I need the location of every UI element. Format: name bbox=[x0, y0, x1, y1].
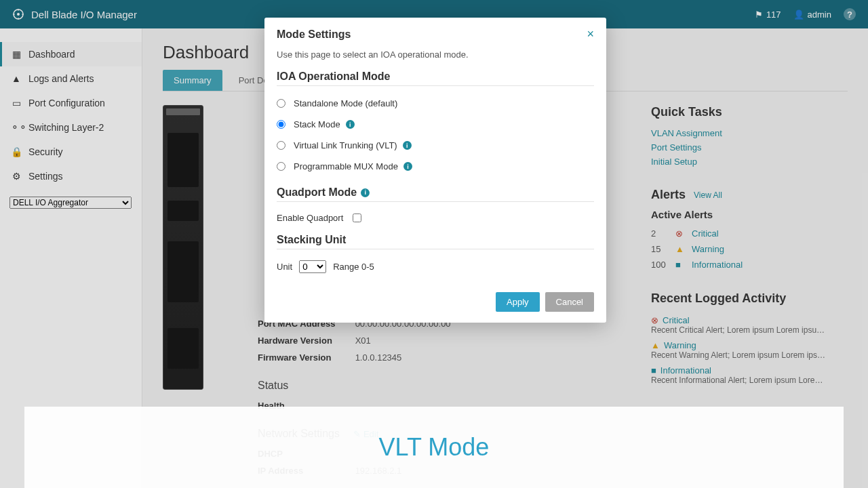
quadport-label: Enable Quadport bbox=[277, 213, 343, 223]
radio-standalone[interactable]: Standalone Mode (default) bbox=[277, 93, 594, 114]
caption-banner: VLT Mode bbox=[24, 407, 844, 488]
unit-label: Unit bbox=[277, 262, 292, 272]
cancel-button[interactable]: Cancel bbox=[545, 292, 594, 312]
unit-range: Range 0-5 bbox=[333, 262, 374, 272]
radio-pmux[interactable]: Programmable MUX Mode i bbox=[277, 156, 594, 177]
quadport-checkbox[interactable] bbox=[353, 214, 361, 222]
info-icon[interactable]: i bbox=[346, 120, 355, 129]
stacking-unit-heading: Stacking Unit bbox=[277, 234, 594, 249]
unit-select[interactable]: 0 bbox=[299, 260, 326, 273]
info-icon[interactable]: i bbox=[361, 188, 370, 197]
info-icon[interactable]: i bbox=[403, 141, 412, 150]
ioa-mode-heading: IOA Operational Mode bbox=[277, 70, 594, 86]
radio-label: Standalone Mode (default) bbox=[294, 98, 397, 108]
radio-input[interactable] bbox=[277, 162, 285, 171]
radio-label: Virtual Link Trunking (VLT) bbox=[294, 140, 397, 150]
apply-button[interactable]: Apply bbox=[496, 292, 540, 312]
radio-label: Stack Mode bbox=[294, 119, 340, 129]
quadport-heading: Quadport Mode bbox=[277, 186, 357, 199]
modal-description: Use this page to select an IOA operation… bbox=[277, 49, 594, 60]
radio-vlt[interactable]: Virtual Link Trunking (VLT) i bbox=[277, 135, 594, 156]
radio-input[interactable] bbox=[277, 141, 285, 150]
mode-settings-modal: Mode Settings × Use this page to select … bbox=[264, 18, 606, 323]
radio-input[interactable] bbox=[277, 99, 285, 108]
radio-input[interactable] bbox=[277, 120, 285, 129]
modal-title: Mode Settings bbox=[277, 28, 351, 41]
info-icon[interactable]: i bbox=[403, 162, 412, 171]
banner-text: VLT Mode bbox=[379, 433, 490, 462]
radio-label: Programmable MUX Mode bbox=[294, 161, 398, 171]
radio-stack[interactable]: Stack Mode i bbox=[277, 114, 594, 135]
close-icon[interactable]: × bbox=[587, 27, 594, 41]
